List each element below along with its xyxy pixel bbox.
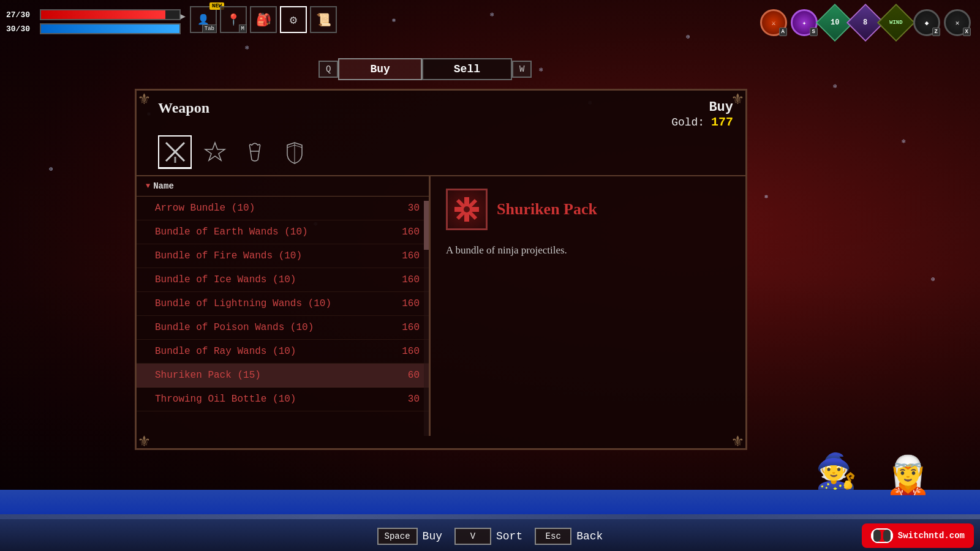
- list-item[interactable]: Arrow Bundle (10)30: [137, 197, 429, 220]
- scrollbar-thumb[interactable]: [424, 201, 429, 250]
- item-name: Bundle of Earth Wands (10): [155, 227, 308, 238]
- hud-skills: ⚔ A ✦ S 10 8 WIND ◆ Z ✕ X: [760, 9, 971, 36]
- gold-info: Gold: 177: [671, 115, 733, 129]
- bag-icon: 🎒: [256, 12, 271, 28]
- item-name: Arrow Bundle (10): [155, 203, 255, 214]
- gold-text-label: Gold:: [671, 116, 704, 129]
- buy-action-key: Space: [377, 528, 418, 545]
- bottom-bar: Space Buy V Sort Esc Back: [0, 528, 980, 545]
- item-price: 160: [402, 227, 420, 238]
- skill-s[interactable]: ✦ S: [791, 9, 818, 36]
- skill-z-icon: ◆: [925, 19, 929, 27]
- item-price: 30: [408, 203, 420, 214]
- cat-weapon[interactable]: [158, 135, 192, 169]
- item-name: Shuriken Pack (15): [155, 370, 261, 381]
- item-name: Bundle of Fire Wands (10): [155, 250, 302, 261]
- buy-tab[interactable]: Buy: [338, 58, 421, 80]
- ground-top: [0, 514, 980, 519]
- character-sprite: 🧝: [885, 459, 931, 496]
- hud-icons: NEW 👤 Tab 📍 M 🎒 ⚙ 📜: [190, 6, 337, 33]
- item-name: Bundle of Lightning Wands (10): [155, 298, 331, 309]
- list-scrollbar[interactable]: [424, 201, 429, 436]
- item-price: 60: [408, 370, 420, 381]
- mana-bar-outer: [40, 23, 181, 34]
- shop-icon: ⚙: [290, 12, 297, 28]
- skill-x-key: X: [963, 28, 971, 36]
- mana-text: 30/30: [6, 24, 40, 34]
- shop-content: ▼ Name Arrow Bundle (10)30Bundle of Eart…: [137, 176, 745, 436]
- item-price: 160: [402, 250, 420, 261]
- shop-header: Weapon Buy Gold: 177: [137, 91, 745, 132]
- health-text: 27/30: [6, 10, 40, 20]
- gold-amount: 177: [711, 115, 733, 129]
- col-name-label: Name: [153, 181, 174, 191]
- mana-fill: [41, 24, 179, 33]
- skill-a-key: A: [779, 28, 787, 36]
- detail-description: A bundle of ninja projectiles.: [446, 242, 730, 258]
- skill-z[interactable]: ◆ Z: [913, 9, 940, 36]
- cat-magic[interactable]: [198, 135, 232, 169]
- item-name: Bundle of Ice Wands (10): [155, 274, 296, 285]
- icon-btn-map[interactable]: 📍 M: [220, 6, 247, 33]
- svg-point-10: [464, 206, 470, 212]
- detail-item-name: Shuriken Pack: [497, 200, 597, 219]
- character-area: 🧝: [885, 459, 931, 496]
- icon-btn-tab[interactable]: NEW 👤 Tab: [190, 6, 217, 33]
- health-bar: 27/30 ▶: [6, 9, 181, 20]
- list-item[interactable]: Bundle of Ray Wands (10)160: [137, 340, 429, 364]
- platform: [0, 490, 980, 514]
- back-action-label: Back: [576, 530, 603, 542]
- action-sort: V Sort: [454, 528, 522, 545]
- mana-bar: 30/30: [6, 23, 181, 34]
- item-name: Bundle of Poison Wands (10): [155, 322, 314, 333]
- item-price: 30: [408, 394, 420, 405]
- sell-tab[interactable]: Sell: [422, 58, 512, 80]
- tab-icon: 👤: [197, 13, 209, 26]
- buy-key: Q: [318, 61, 338, 78]
- icon-btn-shop[interactable]: ⚙: [280, 6, 307, 33]
- list-item[interactable]: Throwing Oil Bottle (10)30: [137, 388, 429, 411]
- item-icon-box: [446, 189, 488, 230]
- cat-armor[interactable]: [277, 135, 311, 169]
- icon-btn-bag[interactable]: 🎒: [250, 6, 277, 33]
- svg-marker-3: [205, 143, 225, 160]
- detail-header: Shuriken Pack: [446, 189, 730, 230]
- skill-a[interactable]: ⚔ A: [760, 9, 787, 36]
- svg-rect-14: [883, 530, 891, 542]
- skill-x[interactable]: ✕ X: [944, 9, 971, 36]
- item-name: Throwing Oil Bottle (10): [155, 394, 296, 405]
- skill-a-icon: ⚔: [772, 19, 776, 27]
- cat-item[interactable]: [238, 135, 271, 169]
- buy-action-label: Buy: [423, 530, 442, 542]
- item-list: ▼ Name Arrow Bundle (10)30Bundle of Eart…: [137, 176, 431, 436]
- list-item[interactable]: Bundle of Poison Wands (10)160: [137, 316, 429, 340]
- sell-key: W: [512, 61, 532, 78]
- skill-x-icon: ✕: [956, 19, 960, 27]
- list-item[interactable]: Shuriken Pack (15)60: [137, 364, 429, 388]
- health-fill: [41, 10, 165, 19]
- nintendo-url: Switchntd.com: [898, 531, 965, 541]
- item-price: 160: [402, 274, 420, 285]
- icon-btn-misc[interactable]: 📜: [310, 6, 337, 33]
- diamond-mid-label: WIND: [889, 20, 903, 26]
- list-item[interactable]: Bundle of Lightning Wands (10)160: [137, 292, 429, 316]
- map-key: M: [239, 24, 247, 33]
- sort-action-label: Sort: [496, 530, 522, 542]
- diamond-right-num: 8: [863, 18, 867, 27]
- item-name: Bundle of Ray Wands (10): [155, 346, 296, 357]
- shop-title: Weapon: [158, 100, 209, 116]
- health-bar-outer: ▶: [40, 9, 181, 20]
- list-item[interactable]: Bundle of Fire Wands (10)160: [137, 244, 429, 268]
- category-row: [137, 132, 745, 176]
- corner-tl: ⚜: [134, 88, 155, 109]
- list-item[interactable]: Bundle of Earth Wands (10)160: [137, 220, 429, 244]
- item-detail-panel: Shuriken Pack A bundle of ninja projecti…: [431, 176, 745, 436]
- sort-arrow-icon: ▼: [146, 182, 150, 190]
- tab-key: Tab: [202, 24, 217, 33]
- npc-sprite: 🧙: [815, 451, 858, 493]
- skill-z-key: Z: [932, 28, 940, 36]
- list-header: ▼ Name: [137, 176, 429, 197]
- list-item[interactable]: Bundle of Ice Wands (10)160: [137, 268, 429, 292]
- skill-s-key: S: [810, 28, 818, 36]
- sort-action-key: V: [454, 528, 491, 545]
